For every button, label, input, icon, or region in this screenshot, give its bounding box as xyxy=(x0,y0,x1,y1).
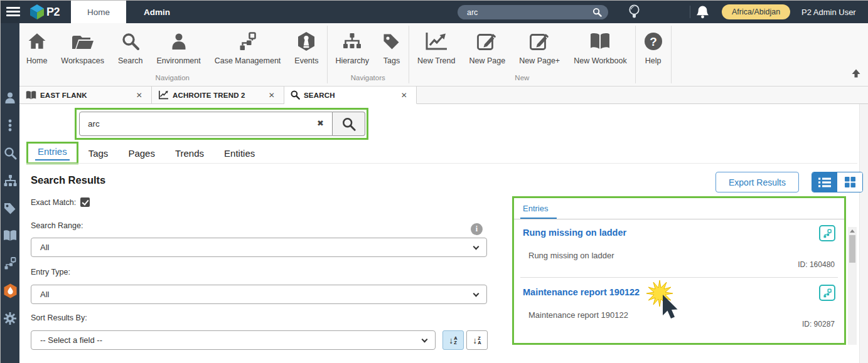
sidebar-search-icon[interactable] xyxy=(4,146,17,160)
topbar-search-input[interactable]: arc xyxy=(458,5,608,19)
exact-match-label: Exact Match: xyxy=(31,198,76,207)
sidebar-fluids-icon[interactable] xyxy=(3,284,18,298)
sidebar-tags-icon[interactable] xyxy=(4,201,16,215)
grid-view-icon xyxy=(845,177,855,187)
search-button[interactable] xyxy=(333,112,365,136)
ribbon-new-page-plus-button[interactable]: New Page+ xyxy=(512,23,567,72)
ribbon-group-navigators: Hierarchy Tags Navigators xyxy=(329,23,408,86)
sidebar-case-management-icon[interactable] xyxy=(4,256,16,270)
entry-type-select[interactable]: All xyxy=(31,285,487,304)
topbar: P2 Home Admin arc Africa/Abidjan P2 Admi… xyxy=(1,1,868,23)
results-scrollbar[interactable] xyxy=(848,227,857,345)
ribbon-workspaces-button[interactable]: Workspaces xyxy=(54,23,111,72)
results-entries-tab[interactable]: Entries xyxy=(523,204,548,213)
results-panel-annotation: Entries Rung missing on ladder Rung miss… xyxy=(512,196,846,345)
sort-results-label: Sort Results By: xyxy=(31,313,87,322)
close-tab-icon[interactable]: ✕ xyxy=(399,90,410,101)
export-results-button[interactable]: Export Results xyxy=(715,172,799,192)
new-trend-icon xyxy=(425,32,447,51)
collapse-ribbon-arrow-icon[interactable] xyxy=(851,68,861,78)
sort-az-icon: ↓AZ xyxy=(449,336,457,345)
topbar-tab-admin[interactable]: Admin xyxy=(134,1,180,23)
person-icon xyxy=(170,33,188,50)
page-title: Search Results xyxy=(31,174,105,186)
sort-field-select[interactable]: -- Select a field -- xyxy=(31,330,436,350)
search-box: ✖ xyxy=(79,112,365,136)
ribbon-toolbar: Home Workspaces Search Environment Case … xyxy=(19,23,868,87)
brand-text: P2 xyxy=(46,6,60,19)
topbar-divider xyxy=(690,6,690,18)
page-scrollbar-track[interactable] xyxy=(859,104,868,363)
hamburger-menu-icon[interactable] xyxy=(6,7,20,17)
ribbon-case-management-button[interactable]: Case Management xyxy=(208,23,288,72)
doc-tab-east-flank[interactable]: EAST FLANK ✕ xyxy=(19,87,152,104)
scrollbar-up-arrow[interactable] xyxy=(850,229,855,233)
sort-descending-button[interactable]: ↓ZA xyxy=(466,330,488,350)
ribbon-new-workbook-button[interactable]: New Workbook xyxy=(567,23,634,72)
lightbulb-icon[interactable] xyxy=(628,4,641,21)
entry-title-link[interactable]: Maintenance report 190122 xyxy=(523,287,640,297)
entry-title-link[interactable]: Rung missing on ladder xyxy=(523,228,626,238)
new-page-plus-icon xyxy=(530,32,550,51)
sort-direction-buttons: ↓AZ ↓ZA xyxy=(442,330,488,350)
search-range-label: Search Range: xyxy=(31,221,83,230)
sidebar-more-icon[interactable] xyxy=(8,118,12,132)
hierarchy-icon xyxy=(343,33,362,50)
entry-type-label: Entry Type: xyxy=(31,268,70,276)
notifications-bell-icon[interactable] xyxy=(695,5,710,19)
ribbon-help-button[interactable]: ? Help xyxy=(637,23,670,72)
tab-pages[interactable]: Pages xyxy=(118,148,165,164)
ribbon-home-button[interactable]: Home xyxy=(19,23,54,72)
close-tab-icon[interactable]: ✕ xyxy=(134,90,145,101)
new-workbook-icon xyxy=(589,33,611,50)
search-input[interactable] xyxy=(79,112,333,136)
svg-text:?: ? xyxy=(650,35,657,48)
doc-tab-achroite-trend-2[interactable]: ACHROITE TREND 2 ✕ xyxy=(152,87,284,104)
p2-logo: P2 xyxy=(28,3,60,21)
ribbon-hierarchy-button[interactable]: Hierarchy xyxy=(329,23,377,72)
list-view-button[interactable] xyxy=(812,172,837,192)
sidebar-settings-gear-icon[interactable] xyxy=(4,312,16,325)
sort-za-icon: ↓ZA xyxy=(473,336,481,345)
ribbon-new-trend-button[interactable]: New Trend xyxy=(410,23,462,72)
clear-search-icon[interactable]: ✖ xyxy=(317,118,324,128)
search-box-annotation: ✖ xyxy=(75,108,368,140)
exact-match-checkbox[interactable] xyxy=(80,197,90,207)
sidebar-user-icon[interactable] xyxy=(4,91,16,105)
ribbon-events-button[interactable]: Events xyxy=(287,23,325,72)
tab-trends[interactable]: Trends xyxy=(165,148,214,164)
result-type-tabs: Entries Tags Pages Trends Entities xyxy=(26,140,265,164)
sort-ascending-button[interactable]: ↓AZ xyxy=(442,330,464,350)
tab-entries[interactable]: Entries xyxy=(38,146,67,160)
scrollbar-thumb[interactable] xyxy=(849,235,855,263)
entries-tab-annotation: Entries xyxy=(26,142,78,164)
case-entry-icon[interactable] xyxy=(819,225,835,241)
tab-entities[interactable]: Entities xyxy=(214,148,265,164)
workspaces-folder-icon xyxy=(72,33,94,50)
case-management-icon xyxy=(238,32,257,51)
ribbon-search-button[interactable]: Search xyxy=(111,23,150,72)
tab-tags[interactable]: Tags xyxy=(78,148,119,164)
user-name[interactable]: P2 Admin User xyxy=(801,1,856,23)
ribbon-tags-button[interactable]: Tags xyxy=(376,23,407,72)
search-icon xyxy=(291,90,300,100)
info-icon[interactable]: i xyxy=(471,223,483,235)
search-range-select[interactable]: All xyxy=(31,238,487,257)
ribbon-separator xyxy=(409,26,409,83)
p2-logo-icon xyxy=(28,3,46,21)
timezone-badge[interactable]: Africa/Abidjan xyxy=(722,4,790,19)
close-tab-icon[interactable]: ✕ xyxy=(266,90,277,101)
grid-view-button[interactable] xyxy=(837,172,862,192)
ribbon-environment-button[interactable]: Environment xyxy=(150,23,208,72)
sidebar-workbook-icon[interactable] xyxy=(3,229,17,243)
search-icon[interactable] xyxy=(592,8,602,17)
ribbon-group-label: Navigators xyxy=(329,72,408,86)
ribbon-separator xyxy=(671,26,672,83)
sidebar-hierarchy-icon[interactable] xyxy=(4,174,17,187)
doc-tab-search[interactable]: SEARCH ✕ xyxy=(284,87,417,104)
case-entry-icon[interactable] xyxy=(819,285,835,301)
entry-id: ID: 90287 xyxy=(802,320,835,329)
topbar-tab-home[interactable]: Home xyxy=(71,1,126,23)
ribbon-group-label: Navigation xyxy=(19,72,326,86)
ribbon-new-page-button[interactable]: New Page xyxy=(462,23,512,72)
